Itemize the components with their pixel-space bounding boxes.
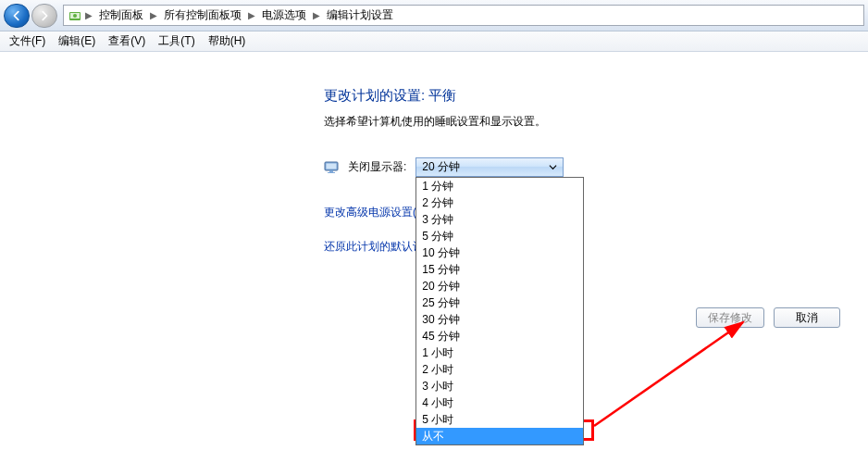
- menu-tools[interactable]: 工具(T): [153, 31, 200, 51]
- dropdown-option[interactable]: 2 小时: [416, 361, 583, 378]
- button-row: 保存修改 取消: [696, 307, 840, 328]
- menu-edit[interactable]: 编辑(E): [53, 31, 101, 51]
- dropdown-option[interactable]: 5 分钟: [416, 228, 583, 244]
- address-bar[interactable]: ▶ 控制面板 ▶ 所有控制面板项 ▶ 电源选项 ▶ 编辑计划设置: [63, 5, 864, 26]
- advanced-power-settings-link[interactable]: 更改高级电源设置(C: [324, 205, 868, 220]
- dropdown-selected-value: 20 分钟: [422, 159, 460, 175]
- arrow-right-icon: [38, 9, 51, 22]
- dropdown-option[interactable]: 3 小时: [416, 378, 583, 394]
- breadcrumb[interactable]: 编辑计划设置: [323, 7, 397, 23]
- chevron-right-icon: ▶: [247, 10, 256, 20]
- dropdown-field[interactable]: 20 分钟: [415, 157, 564, 177]
- svg-point-2: [73, 14, 77, 18]
- monitor-icon: [324, 160, 339, 175]
- menu-file[interactable]: 文件(F): [4, 31, 51, 51]
- svg-rect-6: [328, 172, 335, 173]
- setting-row-display-off: 关闭显示器: 20 分钟 1 分钟2 分钟3 分钟5 分钟10 分钟15 分钟2…: [324, 157, 868, 177]
- chevron-down-icon: [545, 159, 561, 175]
- breadcrumb[interactable]: 电源选项: [258, 7, 310, 23]
- breadcrumb[interactable]: 控制面板: [95, 7, 147, 23]
- chevron-right-icon: ▶: [312, 10, 321, 20]
- menu-help[interactable]: 帮助(H): [203, 31, 252, 51]
- setting-label: 关闭显示器:: [348, 159, 406, 175]
- dropdown-option[interactable]: 1 分钟: [416, 178, 583, 194]
- dropdown-option[interactable]: 1 小时: [416, 344, 583, 361]
- content-area: 更改计划的设置: 平衡 选择希望计算机使用的睡眠设置和显示设置。 关闭显示器: …: [0, 52, 868, 463]
- dropdown-option[interactable]: 45 分钟: [416, 328, 583, 344]
- display-off-dropdown[interactable]: 20 分钟 1 分钟2 分钟3 分钟5 分钟10 分钟15 分钟20 分钟25 …: [415, 157, 564, 177]
- page-description: 选择希望计算机使用的睡眠设置和显示设置。: [324, 114, 868, 130]
- dropdown-option[interactable]: 5 小时: [416, 411, 583, 428]
- chevron-right-icon: ▶: [149, 10, 158, 20]
- chevron-right-icon: ▶: [84, 10, 93, 20]
- menu-bar: 文件(F) 编辑(E) 查看(V) 工具(T) 帮助(H): [0, 31, 868, 52]
- navigation-bar: ▶ 控制面板 ▶ 所有控制面板项 ▶ 电源选项 ▶ 编辑计划设置: [0, 0, 868, 31]
- cancel-button[interactable]: 取消: [774, 307, 840, 328]
- menu-view[interactable]: 查看(V): [103, 31, 151, 51]
- back-button[interactable]: [4, 4, 30, 28]
- dropdown-option[interactable]: 4 小时: [416, 394, 583, 411]
- dropdown-option[interactable]: 从不: [416, 428, 583, 444]
- forward-button[interactable]: [31, 4, 57, 28]
- dropdown-option[interactable]: 25 分钟: [416, 294, 583, 311]
- dropdown-option[interactable]: 3 分钟: [416, 211, 583, 228]
- dropdown-option[interactable]: 30 分钟: [416, 311, 583, 328]
- page-title: 更改计划的设置: 平衡: [324, 87, 868, 105]
- svg-rect-5: [329, 170, 333, 172]
- dropdown-option[interactable]: 10 分钟: [416, 244, 583, 261]
- breadcrumb[interactable]: 所有控制面板项: [160, 7, 245, 23]
- dropdown-option[interactable]: 2 分钟: [416, 194, 583, 211]
- save-button[interactable]: 保存修改: [696, 307, 764, 328]
- dropdown-option[interactable]: 15 分钟: [416, 261, 583, 278]
- control-panel-icon: [68, 8, 82, 23]
- restore-defaults-link[interactable]: 还原此计划的默认设: [324, 239, 868, 255]
- svg-rect-4: [327, 163, 337, 169]
- arrow-left-icon: [10, 9, 23, 22]
- dropdown-list[interactable]: 1 分钟2 分钟3 分钟5 分钟10 分钟15 分钟20 分钟25 分钟30 分…: [415, 177, 584, 445]
- dropdown-option[interactable]: 20 分钟: [416, 278, 583, 294]
